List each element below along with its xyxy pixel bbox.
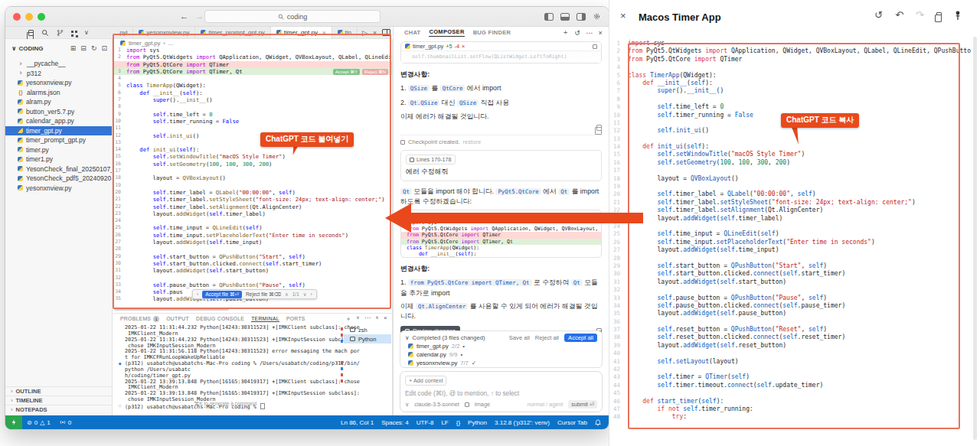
model-dropdown-icon[interactable]: ∨ xyxy=(405,401,409,408)
copy-code-icon[interactable] xyxy=(936,12,942,18)
history-icon[interactable]: ↺ xyxy=(574,29,580,37)
notifications-bell-icon[interactable] xyxy=(595,419,601,426)
tab-chat[interactable]: CHAT xyxy=(404,29,420,36)
search-view-icon[interactable] xyxy=(41,29,49,37)
tab-timer-prompt-gpt[interactable]: timer_prompt_gpt.py xyxy=(195,27,270,38)
close-window-button[interactable] xyxy=(13,13,21,21)
close-panel-icon[interactable]: × xyxy=(598,29,603,37)
ports-status[interactable]: 0 xyxy=(55,419,76,426)
more-panel-actions-icon[interactable]: ⋯ xyxy=(364,314,371,323)
context-lines-chip[interactable]: Lines 170-178 xyxy=(406,155,456,164)
diff-card-collapsed[interactable]: timer_gpt.py +5 -4 × self.thumbnailList.… xyxy=(400,41,602,63)
tab-problems[interactable]: PROBLEMS1 xyxy=(120,316,159,322)
tab-ports[interactable]: PORTS xyxy=(286,316,305,321)
sidebar-section[interactable]: › TIMELINE xyxy=(5,396,112,405)
open-diff-icon[interactable] xyxy=(593,44,597,49)
indentation-setting[interactable]: Spaces: 4 xyxy=(381,419,409,426)
tab-tin[interactable]: tin xyxy=(332,27,358,38)
file-tree-item[interactable]: calendar_app.py xyxy=(5,116,112,126)
tab-timer-gpt[interactable]: timer_gpt.py× xyxy=(271,27,332,38)
changed-file-row[interactable]: yesonxnview.py 7/7 ✓ xyxy=(405,359,597,367)
canvas-code-editor[interactable]: 1import sys 2from PyQt5.QtWidgets import… xyxy=(609,40,971,446)
file-tree-item[interactable]: YesonCheck_pdf5_20240920.py xyxy=(5,174,112,184)
file-tree-item[interactable]: button_ver5.7.py xyxy=(5,107,112,117)
file-tree-item[interactable]: timer.py xyxy=(5,145,112,155)
accept-file-button[interactable]: Accept file ⌘⏎ xyxy=(202,291,242,298)
add-context-button[interactable]: + Add context xyxy=(405,376,446,386)
cursor-position[interactable]: Ln 86, Col 1 xyxy=(341,419,374,426)
remote-indicator[interactable] xyxy=(5,415,22,429)
accept-change-button[interactable]: Accept ⌘Y xyxy=(333,69,360,75)
navigate-forward-icon[interactable]: → xyxy=(195,11,204,21)
maximize-panel-icon[interactable]: ∧ xyxy=(375,314,379,323)
file-tree-item[interactable]: __pycache__ xyxy=(5,59,112,69)
python-interpreter[interactable]: 3.12.8 ('p312': venv) xyxy=(495,419,550,426)
sidebar-section[interactable]: › OUTLINE xyxy=(5,386,112,396)
extensions-icon[interactable] xyxy=(71,31,74,33)
explorer-icon[interactable] xyxy=(28,30,34,36)
toggle-panel-icon[interactable] xyxy=(560,13,570,21)
language-mode[interactable]: Python xyxy=(468,419,487,426)
reject-change-button[interactable]: Reject ⌘N xyxy=(362,69,388,75)
file-tree-item[interactable]: alram.py xyxy=(5,97,112,107)
file-tree-item[interactable]: timer_prompt_gpt.py xyxy=(5,135,112,145)
navigate-back-icon[interactable]: ← xyxy=(180,11,188,21)
eol-setting[interactable]: LF xyxy=(441,419,448,426)
terminal-output[interactable]: 2025-01-22 11:31:44.232 Python[14243:303… xyxy=(119,325,338,411)
tab-yesonxnview[interactable]: yesonxnview.py xyxy=(133,27,195,38)
toggle-secondary-sidebar-icon[interactable] xyxy=(577,13,586,21)
new-terminal-icon[interactable]: ＋ xyxy=(345,314,351,323)
canvas-scrollbar[interactable] xyxy=(973,37,977,440)
command-center-search[interactable]: coding xyxy=(204,10,381,23)
terminal-dropdown-icon[interactable]: ∨ xyxy=(356,314,360,323)
version-history-icon[interactable]: ↺ xyxy=(874,10,883,21)
new-folder-icon[interactable]: ⊟ xyxy=(80,44,87,52)
composer-input[interactable]: + Add context Edit code (⌘I), @ to menti… xyxy=(400,371,603,412)
cursor-tab-status[interactable]: Cursor Tab xyxy=(557,419,587,426)
views-chevron-icon[interactable]: ∨ xyxy=(84,29,89,36)
changed-file-row[interactable]: calendar.py 9/9 • xyxy=(405,350,597,359)
down-change-icon[interactable]: ∨ xyxy=(303,291,307,298)
tab-pyi[interactable]: .pyi xyxy=(113,27,133,38)
problems-status[interactable]: ⊘0 △1 xyxy=(22,419,55,426)
file-tree-item[interactable]: timer1.py xyxy=(5,155,112,164)
split-editor-icon[interactable] xyxy=(382,29,390,36)
run-python-file-icon[interactable]: ▷ xyxy=(362,29,368,37)
tab-debug-console[interactable]: DEBUG CONSOLE xyxy=(196,316,244,321)
model-selector[interactable]: claude-3.5-sonnet xyxy=(414,401,459,408)
file-tree-item[interactable]: alarms.json xyxy=(5,88,112,98)
submit-button[interactable]: submit ⏎ xyxy=(568,400,597,409)
mode-label[interactable]: normal / agent xyxy=(528,401,564,408)
close-panel-icon[interactable]: × xyxy=(384,314,387,323)
up-change-icon[interactable]: ∧ xyxy=(285,291,289,298)
new-file-icon[interactable]: ⊞ xyxy=(70,44,77,52)
save-all-button[interactable]: Save all xyxy=(509,334,530,341)
prev-change-icon[interactable]: ‹ xyxy=(197,291,198,297)
collapse-folders-icon[interactable]: ⊡ xyxy=(101,44,107,52)
source-control-icon[interactable] xyxy=(57,29,64,37)
tab-output[interactable]: OUTPUT xyxy=(166,316,189,321)
file-tree-item[interactable]: p312 xyxy=(5,69,112,79)
terminal-item-zsh[interactable]: zsh xyxy=(344,325,391,334)
reject-file-button[interactable]: Reject file ⌘⌫ xyxy=(246,291,281,298)
new-composer-icon[interactable]: ＋ xyxy=(562,28,569,37)
close-canvas-icon[interactable]: × xyxy=(620,11,626,21)
changed-file-row[interactable]: timer_gpt.py 2/2 • xyxy=(405,342,597,350)
encoding-setting[interactable]: UTF-8 xyxy=(416,419,434,426)
minimize-window-button[interactable] xyxy=(25,13,33,21)
tab-terminal[interactable]: TERMINAL xyxy=(251,316,279,322)
reject-all-button[interactable]: Reject all xyxy=(535,334,559,341)
undo-icon[interactable]: ↶ xyxy=(895,10,903,21)
attach-image-icon[interactable] xyxy=(465,402,469,407)
copy-message-icon[interactable] xyxy=(596,125,602,131)
next-change-icon[interactable]: › xyxy=(311,291,312,297)
file-tree-item[interactable]: yesonxnview.py xyxy=(5,78,112,88)
more-options-icon[interactable]: ⋯ xyxy=(586,29,593,37)
run-dropdown-icon[interactable]: ∨ xyxy=(373,30,377,36)
accept-all-button[interactable]: Accept all xyxy=(564,334,597,342)
terminal-item-python[interactable]: Python xyxy=(344,334,391,343)
collapse-chevron-icon[interactable]: ∨ xyxy=(405,334,410,341)
tab-bug-finder[interactable]: BUG FINDER xyxy=(473,29,511,36)
restore-link[interactable]: restore xyxy=(463,138,482,145)
redo-icon[interactable]: ↷ xyxy=(916,10,924,21)
